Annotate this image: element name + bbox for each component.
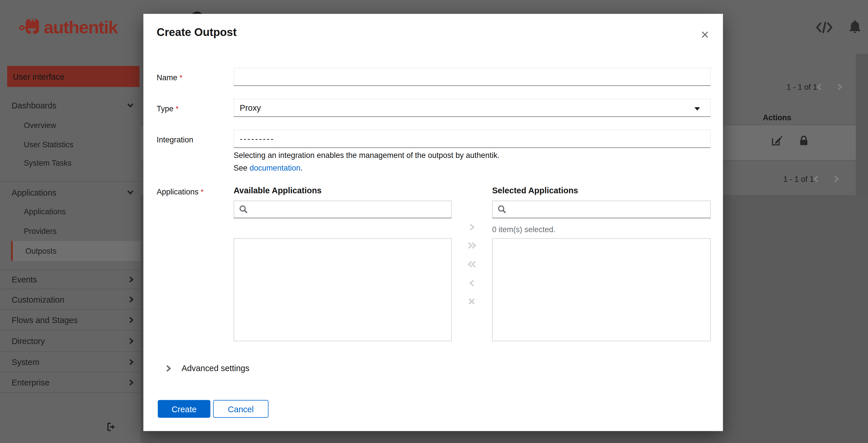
search-icon: [239, 205, 248, 214]
move-selected-right-button[interactable]: [466, 221, 478, 233]
move-all-left-button[interactable]: [466, 258, 478, 270]
applications-label-text: Applications: [157, 187, 198, 196]
sidebar-group-enterprise[interactable]: Enterprise: [0, 372, 141, 392]
chevron-right-icon: [836, 83, 843, 91]
sidebar-item-user-interface[interactable]: User interface: [7, 66, 140, 87]
cancel-button[interactable]: Cancel: [213, 400, 269, 418]
chevron-down-icon: [127, 190, 134, 195]
chevron-left-icon: [816, 83, 823, 91]
type-select-value: Proxy: [240, 103, 261, 113]
period-text: .: [300, 164, 302, 172]
type-label-text: Type: [157, 104, 173, 113]
app-logo-text: authentik: [44, 17, 118, 37]
chevron-right-icon: [129, 379, 134, 386]
type-select[interactable]: Proxy: [234, 99, 711, 117]
integration-label: Integration: [157, 135, 234, 144]
selected-search-input[interactable]: [511, 201, 705, 218]
sidebar-group-label: Applications: [11, 188, 56, 197]
edit-icon: [772, 136, 782, 146]
sidebar-group-directory[interactable]: Directory: [0, 330, 141, 351]
chevron-down-icon: [127, 103, 134, 108]
chevron-right-icon: [129, 337, 134, 345]
lock-button[interactable]: [799, 135, 808, 146]
sidebar-group-system[interactable]: System: [0, 351, 141, 372]
angle-left-icon: [468, 279, 475, 287]
sidebar-item-overview[interactable]: Overview: [0, 116, 141, 135]
cancel-button-label: Cancel: [228, 404, 254, 414]
available-search-input[interactable]: [252, 201, 446, 218]
authentik-logo-icon: [19, 16, 41, 38]
sidebar-divider: [0, 392, 141, 393]
pagination-next-button[interactable]: [836, 83, 843, 91]
sidebar-item-label: Overview: [24, 121, 56, 130]
sidebar-item-system-tasks[interactable]: System Tasks: [0, 154, 141, 172]
sidebar-group-label: Flows and Stages: [11, 315, 78, 325]
search-icon: [498, 205, 506, 214]
pagination-prev-button-bottom[interactable]: [812, 175, 819, 183]
move-all-right-button[interactable]: [466, 239, 478, 252]
bell-icon: [849, 20, 861, 34]
applications-label: Applications*: [157, 187, 234, 196]
sidebar-item-user-statistics[interactable]: User Statistics: [0, 135, 141, 154]
pagination-prev-button[interactable]: [816, 83, 823, 91]
sidebar-group-flows-and-stages[interactable]: Flows and Stages: [0, 309, 141, 330]
see-text: See: [234, 164, 249, 172]
sidebar-item-label: Outposts: [26, 246, 57, 256]
available-search-wrap: [234, 201, 452, 218]
sidebar-group-customization[interactable]: Customization: [0, 289, 141, 309]
lock-icon: [799, 135, 808, 146]
pagination-next-button-bottom[interactable]: [833, 175, 840, 183]
type-label: Type*: [157, 104, 234, 113]
available-applications-listbox[interactable]: [234, 238, 452, 341]
selected-count-text: 0 item(s) selected.: [492, 225, 555, 234]
clear-selection-button[interactable]: [466, 295, 478, 307]
name-label: Name*: [157, 73, 234, 82]
integration-select[interactable]: ---------: [234, 130, 711, 148]
caret-down-icon: [694, 107, 700, 111]
selected-applications-listbox[interactable]: [492, 238, 711, 341]
close-button[interactable]: [700, 29, 710, 39]
sidebar-item-label: System Tasks: [24, 158, 71, 168]
logout-button[interactable]: [107, 422, 116, 432]
pagination-range-top: 1 - 1 of 1: [787, 83, 817, 91]
code-icon: [816, 21, 833, 34]
sidebar-item-applications[interactable]: Applications: [0, 202, 141, 221]
sidebar-item-outposts[interactable]: Outposts: [11, 241, 141, 261]
app-root: 1 - 1 of 1 Actions 1 - 1 of 1: [0, 0, 868, 443]
sidebar-group-label: Enterprise: [11, 378, 50, 387]
sidebar-divider: [0, 181, 141, 182]
chevron-right-icon: [166, 364, 171, 372]
sidebar-group-dashboards[interactable]: Dashboards: [0, 95, 141, 116]
chevron-right-icon: [129, 296, 134, 303]
selected-applications-title: Selected Applications: [492, 185, 578, 195]
notifications-button[interactable]: [849, 20, 861, 34]
name-input[interactable]: [240, 68, 705, 85]
advanced-settings-toggle[interactable]: Advanced settings: [166, 363, 249, 373]
create-button[interactable]: Create: [158, 400, 210, 418]
sidebar-group-label: Dashboards: [11, 101, 56, 111]
sidebar-group-applications[interactable]: Applications: [0, 182, 141, 203]
name-field-wrap: [234, 68, 711, 86]
sidebar-item-providers[interactable]: Providers: [0, 222, 141, 240]
chevron-left-icon: [812, 175, 819, 183]
available-applications-title: Available Applications: [234, 185, 321, 195]
angle-double-left-icon: [467, 260, 476, 268]
integration-help-text: Selecting an integration enables the man…: [234, 151, 499, 160]
app-logo[interactable]: authentik: [19, 14, 117, 40]
api-code-button[interactable]: [816, 21, 833, 34]
times-icon: [468, 297, 475, 305]
sign-out-icon: [107, 422, 116, 432]
sidebar-group-label: Directory: [11, 336, 45, 346]
edit-button[interactable]: [772, 136, 782, 146]
sidebar-group-label: Events: [11, 275, 37, 284]
sidebar-group-label: System: [11, 357, 39, 366]
chevron-right-icon: [833, 175, 840, 183]
chevron-right-icon: [129, 317, 134, 324]
sidebar-group-events[interactable]: Events: [0, 270, 141, 289]
move-selected-left-button[interactable]: [466, 277, 478, 289]
sidebar-group-label: Customization: [11, 295, 64, 304]
angle-double-right-icon: [467, 242, 476, 249]
documentation-link[interactable]: documentation: [249, 164, 300, 172]
pagination-range-bottom: 1 - 1 of 1: [783, 175, 814, 183]
sidebar-item-label: Applications: [24, 207, 65, 216]
